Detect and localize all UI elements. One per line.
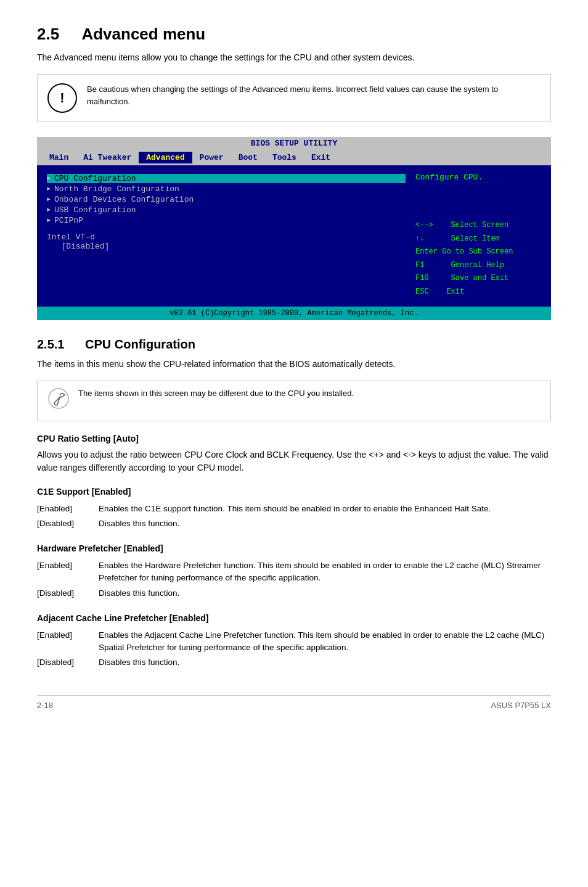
bios-right-panel: Configure CPU. <--> Select Screen ↑↓ Sel… (410, 170, 546, 302)
bios-item-pcipnp-label: PCIPnP (54, 216, 83, 225)
bios-intel-label: Intel VT-d (47, 233, 406, 242)
bios-key-goto-sub: Enter Go to Sub Screen (415, 245, 541, 259)
table-row: [Disabled] Disables this function. (37, 655, 551, 670)
bios-footer: v02.61 (C)Copyright 1985-2009, American … (37, 307, 551, 320)
arrow-icon: ► (47, 186, 51, 192)
c1e-support-setting: C1E Support [Enabled] [Enabled] Enables … (37, 487, 551, 532)
bios-key-legend: <--> Select Screen ↑↓ Select Item Enter … (415, 219, 541, 299)
cpu-ratio-title: CPU Ratio Setting [Auto] (37, 434, 551, 444)
arrow-icon: ► (47, 196, 51, 203)
hw-prefetcher-table: [Enabled] Enables the Hardware Prefetche… (37, 558, 551, 601)
subsection-intro: The items in this menu show the CPU-rela… (37, 358, 551, 371)
arrow-icon: ► (47, 217, 51, 224)
bios-intel-section: Intel VT-d [Disabled] (47, 233, 406, 251)
adjacent-cache-table: [Enabled] Enables the Adjacent Cache Lin… (37, 628, 551, 670)
cpu-ratio-desc: Allows you to adjust the ratio between C… (37, 448, 551, 474)
adj-disabled-label: [Disabled] (37, 655, 99, 670)
note-box: The items shown in this screen may be di… (37, 381, 551, 421)
table-row: [Disabled] Disables this function. (37, 516, 551, 531)
subsection-title: 2.5.1 CPU Configuration (37, 337, 551, 352)
section-251: 2.5.1 CPU Configuration The items in thi… (37, 337, 551, 710)
c1e-table: [Enabled] Enables the C1E support functi… (37, 501, 551, 532)
warning-box: ! Be cautious when changing the settings… (37, 74, 551, 122)
arrow-icon: ► (47, 175, 51, 182)
bios-key-f1: F1 General Help (415, 259, 541, 273)
c1e-disabled-desc: Disables this function. (99, 516, 551, 531)
table-row: [Enabled] Enables the Hardware Prefetche… (37, 558, 551, 586)
adjacent-cache-setting: Adjacent Cache Line Prefetcher [Enabled]… (37, 613, 551, 670)
bios-left-panel: ► CPU Configuration ► North Bridge Confi… (42, 170, 410, 302)
bios-item-usb-label: USB Configuration (54, 205, 136, 215)
footer-page-number: 2-18 (37, 701, 53, 710)
bios-menu-ai-tweaker[interactable]: Ai Tweaker (76, 152, 139, 163)
arrow-icon: ► (47, 207, 51, 213)
bios-title: BIOS SETUP UTILITY (42, 139, 546, 148)
section-intro: The Advanced menu items allow you to cha… (37, 51, 551, 64)
c1e-enabled-label: [Enabled] (37, 501, 99, 516)
warning-text: Be cautious when changing the settings o… (87, 83, 541, 107)
table-row: [Disabled] Disables this function. (37, 586, 551, 601)
adj-enabled-label: [Enabled] (37, 628, 99, 656)
bios-item-pcipnp[interactable]: ► PCIPnP (47, 216, 406, 225)
c1e-enabled-desc: Enables the C1E support function. This i… (99, 501, 551, 516)
adj-disabled-desc: Disables this function. (99, 655, 551, 670)
bios-menu-exit[interactable]: Exit (304, 152, 338, 163)
table-row: [Enabled] Enables the C1E support functi… (37, 501, 551, 516)
bios-key-f10: F10 Save and Exit (415, 272, 541, 286)
hw-prefetcher-title: Hardware Prefetcher [Enabled] (37, 543, 551, 553)
note-icon (47, 387, 70, 415)
bios-menu-tools[interactable]: Tools (265, 152, 304, 163)
bios-menu-power[interactable]: Power (192, 152, 231, 163)
bios-intel-value: [Disabled] (47, 242, 406, 251)
section-25: 2.5 Advanced menu The Advanced menu item… (37, 25, 551, 320)
page-footer: 2-18 ASUS P7P55 LX (37, 695, 551, 710)
bios-screen: BIOS SETUP UTILITY Main Ai Tweaker Advan… (37, 137, 551, 320)
bios-item-cpu[interactable]: ► CPU Configuration (47, 174, 406, 183)
bios-item-onboard-label: Onboard Devices Configuration (54, 195, 194, 204)
bios-body: ► CPU Configuration ► North Bridge Confi… (37, 165, 551, 307)
hw-prefetcher-setting: Hardware Prefetcher [Enabled] [Enabled] … (37, 543, 551, 601)
hw-enabled-label: [Enabled] (37, 558, 99, 586)
adj-enabled-desc: Enables the Adjacent Cache Line Prefetch… (99, 628, 551, 656)
note-text: The items shown in this screen may be di… (78, 387, 354, 400)
table-row: [Enabled] Enables the Adjacent Cache Lin… (37, 628, 551, 656)
c1e-title: C1E Support [Enabled] (37, 487, 551, 497)
warning-icon: ! (47, 83, 77, 113)
hw-disabled-label: [Disabled] (37, 586, 99, 601)
bios-item-cpu-label: CPU Configuration (54, 174, 136, 183)
bios-help-text: Configure CPU. (415, 173, 541, 182)
bios-item-north-label: North Bridge Configuration (54, 184, 179, 194)
bios-menu-boot[interactable]: Boot (231, 152, 265, 163)
bios-item-north[interactable]: ► North Bridge Configuration (47, 184, 406, 194)
bios-item-onboard[interactable]: ► Onboard Devices Configuration (47, 195, 406, 204)
footer-product-name: ASUS P7P55 LX (491, 701, 551, 710)
bios-key-select-item: ↑↓ Select Item (415, 233, 541, 246)
bios-key-esc: ESC Exit (415, 286, 541, 299)
c1e-disabled-label: [Disabled] (37, 516, 99, 531)
bios-item-usb[interactable]: ► USB Configuration (47, 205, 406, 215)
cpu-ratio-setting: CPU Ratio Setting [Auto] Allows you to a… (37, 434, 551, 474)
bios-menu-row: Main Ai Tweaker Advanced Power Boot Tool… (37, 150, 551, 165)
hw-disabled-desc: Disables this function. (99, 586, 551, 601)
bios-menu-advanced[interactable]: Advanced (139, 152, 192, 163)
adjacent-cache-title: Adjacent Cache Line Prefetcher [Enabled] (37, 613, 551, 623)
page-title: 2.5 Advanced menu (37, 25, 551, 44)
bios-menubar: BIOS SETUP UTILITY (37, 137, 551, 150)
bios-key-select-screen: <--> Select Screen (415, 219, 541, 233)
hw-enabled-desc: Enables the Hardware Prefetcher function… (99, 558, 551, 586)
bios-menu-main[interactable]: Main (42, 152, 76, 163)
